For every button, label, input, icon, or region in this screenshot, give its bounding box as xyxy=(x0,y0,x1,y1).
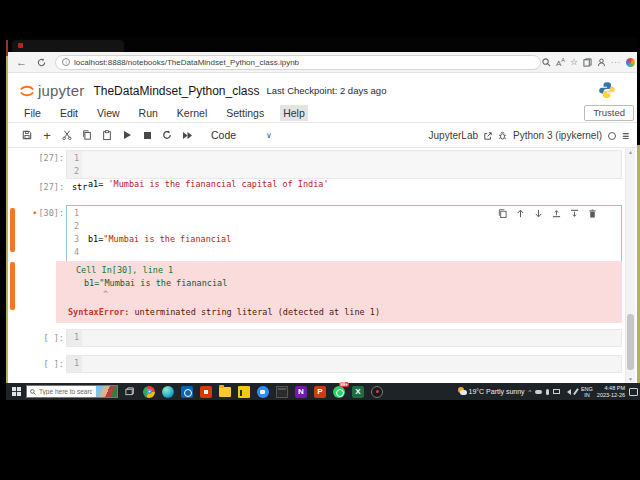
reload-button[interactable] xyxy=(37,58,46,67)
notebook-scrollbar[interactable]: ▲ ▼ xyxy=(625,148,635,383)
menu-kernel[interactable]: Kernel xyxy=(174,105,210,121)
browser-tab[interactable] xyxy=(12,40,124,52)
taskbar-clock[interactable]: 4:48 PM 2023-12-26 xyxy=(597,385,625,398)
menu-run[interactable]: Run xyxy=(136,105,161,121)
code-cell-30-active[interactable]: 1 2 3 4 b1="Mumbai is the fianancial cap… xyxy=(66,205,622,263)
profile-icon[interactable] xyxy=(597,58,606,67)
scrollbar-thumb[interactable] xyxy=(627,314,634,370)
output-collapser[interactable] xyxy=(10,262,15,310)
stop-icon xyxy=(144,132,151,139)
system-tray: 19°C Partly sunny • ^ ENG IN 4:48 PM 202… xyxy=(458,385,640,398)
url-text[interactable]: localhost:8888/notebooks/TheDataMindset_… xyxy=(74,58,299,67)
menu-file[interactable]: File xyxy=(21,105,44,121)
code-editor[interactable]: a1= 'Mumbai is the fianancial capital of… xyxy=(82,151,329,178)
restart-run-all-button[interactable] xyxy=(177,131,197,140)
taskbar-search[interactable] xyxy=(26,385,118,398)
app-icon-terminal[interactable] xyxy=(276,386,288,398)
empty-code-cell-1[interactable]: 1 xyxy=(66,329,622,347)
taskbar-weather[interactable]: 19°C Partly sunny xyxy=(458,387,525,396)
debugger-bug-icon[interactable] xyxy=(498,131,507,140)
app-icon-power-bi[interactable] xyxy=(238,386,250,398)
add-cell-button[interactable]: + xyxy=(37,129,57,142)
menu-settings[interactable]: Settings xyxy=(223,105,267,121)
display-icon[interactable] xyxy=(553,389,560,394)
menu-help[interactable]: Help xyxy=(280,105,308,121)
code-editor[interactable]: b1="Mumbai is the fianancial capital of … xyxy=(82,206,231,262)
move-cell-up-icon[interactable] xyxy=(516,209,525,218)
cell-input-prompt-active: •[30]: xyxy=(24,207,64,220)
copy-cell-button[interactable] xyxy=(77,130,97,140)
app-icon-outlook[interactable] xyxy=(181,386,193,398)
speaker-icon[interactable] xyxy=(564,389,571,395)
app-icon-powerpoint[interactable]: P xyxy=(314,386,326,398)
restart-kernel-button[interactable] xyxy=(157,130,177,140)
search-highlight-image[interactable] xyxy=(96,386,117,398)
hidden-icons-caret[interactable]: ^ xyxy=(529,389,532,395)
save-button[interactable] xyxy=(17,130,37,140)
app-icon-excel[interactable]: X xyxy=(352,386,364,398)
menu-edit[interactable]: Edit xyxy=(57,105,81,121)
microphone-icon[interactable] xyxy=(546,389,549,395)
insert-cell-below-icon[interactable] xyxy=(570,209,579,218)
run-cell-button[interactable] xyxy=(117,131,137,139)
search-zoom-icon[interactable] xyxy=(542,58,551,67)
pen-icon[interactable] xyxy=(574,388,579,395)
code-editor[interactable] xyxy=(82,356,88,372)
browser-tab-strip[interactable] xyxy=(8,38,637,52)
site-info-icon[interactable]: i xyxy=(62,58,70,66)
copy-icon xyxy=(82,130,92,140)
account-avatar[interactable] xyxy=(626,58,635,67)
app-icon-recorder[interactable] xyxy=(371,386,383,398)
app-icon-onenote[interactable]: N xyxy=(295,386,307,398)
app-icon-file-explorer[interactable] xyxy=(219,387,231,397)
external-link-icon[interactable] xyxy=(484,132,492,140)
taskbar-apps: N P 99+ X xyxy=(143,386,383,398)
jupyter-logo[interactable] xyxy=(18,82,36,100)
address-bar[interactable]: i localhost:8888/notebooks/TheDataMindse… xyxy=(55,55,541,70)
empty-code-cell-2[interactable]: 1 xyxy=(66,355,622,373)
start-button[interactable] xyxy=(6,387,26,396)
search-input[interactable] xyxy=(36,388,92,395)
toolbar-menu-icon[interactable]: ≡ xyxy=(622,130,629,142)
kernel-status-icon[interactable] xyxy=(608,132,616,140)
reload-icon xyxy=(37,58,46,67)
scroll-down-icon[interactable]: ▼ xyxy=(628,376,633,382)
task-view-button[interactable] xyxy=(125,387,134,396)
duplicate-cell-icon[interactable] xyxy=(498,209,507,218)
back-button[interactable]: ← xyxy=(16,57,27,68)
code-cell-27[interactable]: 1 2 a1= 'Mumbai is the fianancial capita… xyxy=(66,150,622,179)
app-icon-edge[interactable] xyxy=(162,386,174,398)
app-icon-office[interactable] xyxy=(200,386,212,398)
interrupt-kernel-button[interactable] xyxy=(137,132,157,139)
last-checkpoint-label: Last Checkpoint: 2 days ago xyxy=(267,85,387,96)
cell-input-prompt: [27]: xyxy=(24,152,64,165)
kernel-name[interactable]: Python 3 (ipykernel) xyxy=(513,130,602,141)
app-icon-zoom[interactable] xyxy=(257,386,269,398)
cell-type-chevron-icon[interactable]: ∨ xyxy=(266,131,272,140)
favorites-star-icon[interactable]: ☆ xyxy=(570,58,578,67)
delete-cell-icon[interactable] xyxy=(588,209,597,218)
paste-icon xyxy=(102,130,112,140)
onedrive-icon[interactable] xyxy=(535,390,542,394)
cell-type-select[interactable]: Code xyxy=(211,129,236,141)
cut-cell-button[interactable] xyxy=(57,130,77,140)
screen: ← i localhost:8888/notebooks/TheDataMind… xyxy=(0,0,640,480)
notebook-title[interactable]: TheDataMindset_Python_class xyxy=(93,84,259,98)
language-indicator[interactable]: ENG IN xyxy=(581,386,593,398)
read-aloud-icon[interactable]: AA xyxy=(556,58,565,68)
menu-view[interactable]: View xyxy=(94,105,123,121)
browser-menu-icon[interactable]: ··· xyxy=(611,59,621,66)
app-icon-chrome[interactable] xyxy=(143,386,155,398)
code-editor[interactable] xyxy=(82,330,88,346)
notification-center-icon[interactable] xyxy=(629,388,638,396)
cell-collapser[interactable] xyxy=(10,208,15,252)
collections-icon[interactable] xyxy=(583,58,592,67)
insert-cell-above-icon[interactable] xyxy=(552,209,561,218)
scroll-up-icon[interactable]: ▲ xyxy=(628,149,633,155)
jupyterlab-link[interactable]: JupyterLab xyxy=(429,130,478,141)
app-icon-whatsapp[interactable]: 99+ xyxy=(333,386,345,398)
trusted-button[interactable]: Trusted xyxy=(584,105,634,121)
paste-cell-button[interactable] xyxy=(97,130,117,140)
jupyter-logo-text[interactable]: jupyter xyxy=(38,82,84,99)
move-cell-down-icon[interactable] xyxy=(534,209,543,218)
